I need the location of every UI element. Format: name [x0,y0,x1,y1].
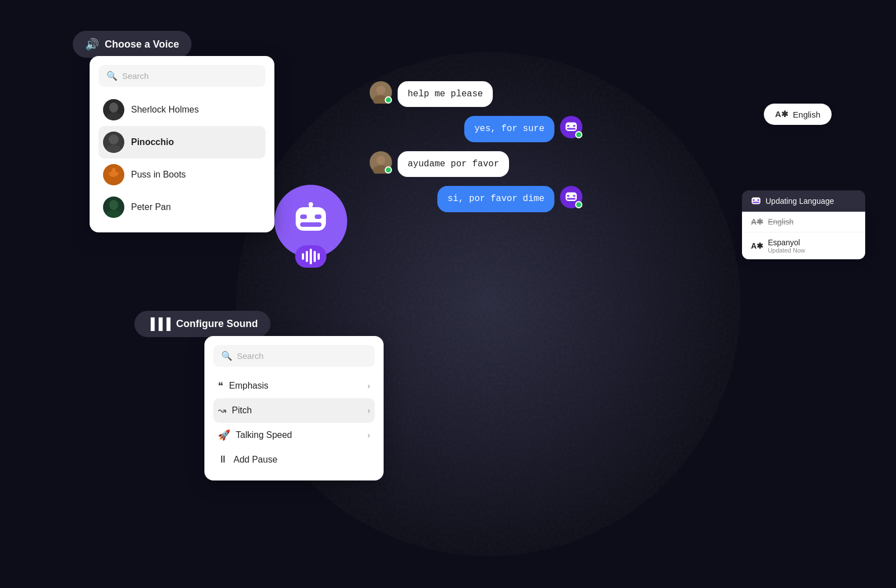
chat-message-2: yes, for sure [370,116,582,142]
language-options: A✱ English A✱ Espanyol Updated Now [742,212,865,259]
online-dot-2 [385,166,392,174]
sound-search-placeholder: Search [237,351,264,361]
user-avatar-2 [370,151,392,174]
svg-rect-36 [753,202,759,203]
chat-text-4: si, por favor dime [447,194,544,204]
sound-search-bar[interactable]: 🔍 Search [213,345,375,367]
lang-updated-timestamp: Updated Now [768,247,805,254]
chat-bubble-2: yes, for sure [464,116,554,142]
svg-rect-33 [752,197,760,204]
pitch-chevron: › [367,406,370,415]
choose-voice-button[interactable]: 🔊 Choose a Voice [73,31,192,58]
voice-avatar-puss [103,164,124,185]
chat-text-1: help me please [408,89,483,99]
sound-search-icon: 🔍 [221,351,232,361]
svg-rect-14 [300,214,307,219]
voice-name-puss: Puss in Boots [131,170,186,180]
updating-header: Updating Language [742,190,865,212]
voice-dropdown: 🔍 Search Sherlock Holmes Pinocchio Puss … [90,56,274,232]
svg-rect-34 [753,199,755,200]
voice-avatar-pinocchio [103,132,124,153]
chat-message-1: help me please [370,81,582,107]
lang-icon-espanyol: A✱ [751,241,763,250]
sound-item-pitch[interactable]: ↝ Pitch › [213,398,375,423]
svg-point-9 [115,166,120,172]
language-panel: A✱ English [764,104,832,125]
chat-area: help me please yes, for sure [370,81,582,221]
search-icon: 🔍 [106,71,118,81]
sound-item-emphasis[interactable]: ❝ Emphasis › [213,374,375,398]
lang-espanyol-info: Espanyol Updated Now [768,238,805,254]
online-dot-bot-1 [575,131,582,138]
voice-search-placeholder: Search [122,71,149,81]
configure-sound-button[interactable]: ▐▐▐ Configure Sound [134,311,270,337]
user-avatar-1 [370,81,392,104]
emphasis-chevron: › [367,381,370,390]
svg-point-11 [109,200,118,210]
svg-rect-16 [300,222,321,227]
choose-voice-label: Choose a Voice [105,39,179,50]
robot-icon-small [751,196,761,206]
add-pause-label: Add Pause [234,455,277,465]
wave-bar-3 [310,249,312,264]
sound-item-add-pause[interactable]: ⏸ Add Pause [213,447,375,472]
voice-item-peter[interactable]: Peter Pan [99,191,265,223]
lang-label-english: English [768,217,794,226]
updating-header-label: Updating Language [766,197,834,206]
voice-search-bar[interactable]: 🔍 Search [99,65,265,87]
svg-point-20 [376,86,385,95]
pause-icon: ⏸ [218,454,228,465]
chat-text-2: yes, for sure [474,124,544,134]
scene: 🔊 Choose a Voice 🔍 Search Sherlock Holme… [0,0,896,588]
lang-option-english[interactable]: A✱ English [742,212,865,232]
svg-rect-32 [567,198,575,200]
svg-rect-15 [315,214,321,219]
voice-name-peter: Peter Pan [131,202,171,212]
bot-avatar-1 [560,116,582,138]
svg-rect-23 [567,125,570,127]
sound-item-emphasis-left: ❝ Emphasis [218,380,268,392]
voice-avatar-sherlock [103,99,124,120]
chat-message-3: ayudame por favor [370,151,582,177]
chat-message-4: si, por favor dime [370,186,582,212]
voice-name-pinocchio: Pinocchio [131,137,174,147]
chat-bubble-1: help me please [398,81,493,107]
wave-bar-2 [306,251,308,262]
talking-speed-label: Talking Speed [236,430,292,440]
svg-rect-22 [566,123,577,131]
svg-point-8 [108,166,112,172]
lang-label-espanyol: Espanyol [768,238,800,247]
bot-icon [274,185,347,258]
speed-icon: 🚀 [218,429,230,441]
sound-item-speed-left: 🚀 Talking Speed [218,429,292,441]
lang-option-espanyol[interactable]: A✱ Espanyol Updated Now [742,232,865,259]
voice-item-pinocchio[interactable]: Pinocchio [99,126,265,158]
wave-bar-5 [318,253,320,260]
online-dot-1 [385,96,392,104]
chat-bubble-3: ayudame por favor [398,151,509,177]
chat-bubble-4: si, por favor dime [437,186,554,212]
svg-rect-29 [566,193,577,201]
voice-name-sherlock: Sherlock Holmes [131,105,199,115]
voice-item-puss[interactable]: Puss in Boots [99,158,265,191]
emphasis-icon: ❝ [218,380,223,392]
svg-rect-13 [296,207,326,231]
svg-point-18 [309,202,313,207]
voice-item-sherlock[interactable]: Sherlock Holmes [99,94,265,126]
svg-rect-30 [567,195,570,197]
language-ax-icon: A✱ [775,109,788,119]
svg-rect-25 [567,128,575,130]
language-button[interactable]: A✱ English [764,104,832,125]
pitch-label: Pitch [232,405,252,416]
sound-item-pitch-left: ↝ Pitch [218,404,252,417]
svg-point-4 [109,134,119,144]
sound-item-talking-speed[interactable]: 🚀 Talking Speed › [213,423,375,447]
svg-rect-31 [573,195,576,197]
pitch-icon: ↝ [218,404,226,417]
wave-bar-1 [302,253,304,260]
svg-rect-35 [757,199,759,200]
svg-rect-24 [573,125,576,127]
waveform-icon: ▐▐▐ [147,318,171,330]
sound-dropdown: 🔍 Search ❝ Emphasis › ↝ Pitch › 🚀 Talkin… [204,336,384,480]
updating-language-panel: Updating Language A✱ English A✱ Espanyol… [742,190,865,259]
